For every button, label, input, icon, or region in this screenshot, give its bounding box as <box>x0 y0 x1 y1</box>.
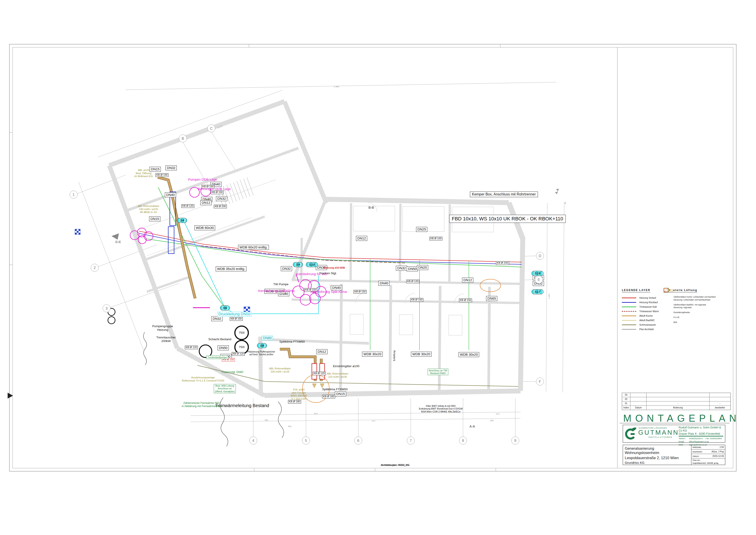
legend-item-label: Trinkwasser Warm <box>639 310 659 313</box>
meta-label: Maßstab: <box>692 446 701 448</box>
plan-label-boxsm: KB Ø 120 <box>181 204 194 208</box>
legend-item-label: Heizung Rücklauf <box>639 301 658 304</box>
legend-line-swatch <box>622 324 636 325</box>
plan-label-olive: ABL Rohrventilator 110 m3/h / ø100 <box>327 372 348 379</box>
plan-label-box: WDB 30x20 <box>459 352 479 357</box>
project-address: Leopoldauerstraße 2, 1210 Wien <box>625 456 689 460</box>
plan-label-box: DN40 <box>331 285 342 290</box>
plan-label-dim: 40 <box>564 202 566 205</box>
meta-row-1: bearbeiter:ASza. J Pop <box>691 449 725 454</box>
plan-label-black: Trocken Stgl. <box>319 271 337 275</box>
tel-value: 03382/52254-0 <box>689 437 703 439</box>
plan-label-black: Splitklima FTXM50 <box>279 340 305 344</box>
revision-cell <box>630 401 646 406</box>
plan-label-dim: 1.457 <box>548 294 550 299</box>
meta-value: 1:50 <box>720 446 724 448</box>
plan-label-box: DN32 <box>166 165 177 170</box>
revision-cell: - <box>709 401 730 406</box>
plan-label-greenbox: Best. WW Leitung Anschluss an (öffentl. … <box>214 384 236 393</box>
plan-label-boxsm: KB Ø 120 <box>313 372 326 375</box>
legend-layer-item: Trinkwasser Kalt <box>622 304 669 309</box>
legend-layer-item: Abluft Küche <box>622 314 669 318</box>
plan-label-magenta: Bohrungen DDB Lage <box>198 187 231 191</box>
plan-label-boxsm: KB Ø 200 <box>214 205 227 208</box>
company-phone-row: Telefon: 03382/52254-0 - Fax: 03382/5386… <box>679 437 723 440</box>
grid-bubble-6: 6 <box>354 437 362 444</box>
plan-label-boxsm: KB Ø 150 <box>211 190 224 194</box>
revision-table: 030201--IndexDatumÄnderungbearbeiter <box>622 393 731 410</box>
plan-label-blacksm: Platzierung Pufferspeicher auf best. Soc… <box>248 350 275 356</box>
plan-label-section: C-C <box>116 240 121 244</box>
meta-value: ASza. J Pop <box>712 450 724 453</box>
revision-cell: - <box>646 401 709 406</box>
legend-lueftung-label: Dunstabzugshaube <box>673 311 690 314</box>
grid-bubble-8: 8 <box>459 437 467 444</box>
title-block: LEGENDE LAYER Heizung VorlaufHeizung Rüc… <box>617 47 733 468</box>
plan-label-blacksm: Filter BWT Infinity A mit DRV Enthärtung… <box>419 405 463 413</box>
legend-layer-item: Schmutzwasser <box>622 323 669 327</box>
fax-value: 03382/53864 <box>710 437 722 439</box>
legend-item-label: Abluft Bad/WC <box>639 319 655 322</box>
project-info: Generalsanierung Wohnungslosenheim Leopo… <box>623 445 691 465</box>
fax-label: Fax: <box>706 437 710 439</box>
plan-label-box: DN32 <box>211 316 223 321</box>
legend-lueftung-label: FLI-VE <box>673 316 679 319</box>
plan-label-box: DN20 <box>417 265 428 270</box>
grid-bubble-E: E <box>535 276 543 284</box>
plan-label-pill: S6 <box>220 305 230 310</box>
plan-label-dim: 391 <box>265 419 268 421</box>
revision-cell <box>646 393 709 397</box>
project-drawing: Grundriss KG <box>625 461 689 465</box>
plan-label-red: Bohrung ø19 DDB <box>324 267 345 269</box>
grid-bubble-B: B <box>179 135 187 143</box>
gutmann-logo-icon <box>624 427 637 440</box>
plan-label-box: DN15 <box>149 216 160 221</box>
plan-label-boxsm: KB Ø 120 <box>406 280 419 283</box>
legend-lueftung-item: Abluftventilator Bad/WC: mit HygrostatSt… <box>663 303 731 309</box>
legend-line-swatch <box>622 311 636 312</box>
plan-label-black: 750l <box>239 345 245 349</box>
plan-label-black: Pumpengruppe Heizung <box>152 324 173 332</box>
plan-label-box: DN15 <box>335 391 346 396</box>
legend-line-swatch <box>622 316 636 316</box>
legend-line-swatch <box>622 302 636 303</box>
plan-label-dim: 1.989 <box>334 85 339 88</box>
meta-label: bearbeiter: <box>692 450 703 453</box>
meta-row-0: Maßstab:1:50 <box>691 445 725 449</box>
plan-label-box: DN32 <box>216 196 227 201</box>
plan-label-boxsm: KB Ø 150 <box>354 290 366 294</box>
project-box: Generalsanierung Wohnungslosenheim Leopo… <box>623 445 725 465</box>
legend-layer-item: Trinkwasser Warm <box>622 309 669 314</box>
plan-label-black: TW Pumpe <box>273 283 288 286</box>
plan-label-boxsm: KB Ø 200 <box>496 261 509 265</box>
legend-item-label: Trinkwasser Kalt <box>639 305 657 308</box>
plan-label-notebig: FBD 10x10, WS 10x10 UK RBOK - OK RBOK+11… <box>449 215 566 223</box>
legend-layer-item: Heizung Vorlauf <box>622 296 669 300</box>
logo-sub: INSTALLATIONEN <box>639 436 672 438</box>
plan-label-boxsm: KB Ø 100 <box>429 237 443 240</box>
plan-label-black: Splitklima FTXM50 <box>322 387 347 391</box>
company-address: Grazer Platz 6 - 8280 Fürstenfeld <box>679 432 723 436</box>
plan-label-box: DN32 <box>396 266 407 271</box>
email-label: Email: <box>679 440 688 443</box>
legend-line-swatch <box>622 329 636 330</box>
legend-lueftung-item: BSK <box>663 321 731 324</box>
plan-label-dim: 922 <box>314 412 318 415</box>
revision-cell <box>646 397 709 401</box>
plan-label-blacksm: Architekturplan: 45161_KG <box>381 464 409 466</box>
plan-label-magenta: Kernbohrung Split Klima <box>310 290 347 294</box>
legend-item-label: Abluft Küche <box>639 314 653 317</box>
plan-label-box: WDB 35x20 entltg. <box>216 267 246 271</box>
plan-label-section: A-A <box>470 425 475 428</box>
plan-label-box: DN65 <box>486 296 497 301</box>
grid-bubble-9: 9 <box>511 437 519 444</box>
plan-label-black: Schacht Bestand <box>208 338 231 341</box>
plan-label-olive: ABL Rohrventilator 230 m3/h / ø125 <box>269 367 291 373</box>
meta-value: leopoldauerstr2_231205_gr.kg <box>692 462 718 464</box>
plan-label-olive: ABL ø125 Best. Öffnung im Müllraum EG <box>134 169 153 178</box>
plan-label-box: WDB 60x20 entltg. <box>238 245 269 250</box>
plan-label-box: WDB 60x30 <box>195 225 215 230</box>
plan-label-pill: S8 <box>257 343 267 348</box>
plan-label-dim: 171 <box>372 420 375 422</box>
plan-label-olive: Ausdehnungsanlage Reflexomat 7V 6,1 E Co… <box>182 376 224 382</box>
